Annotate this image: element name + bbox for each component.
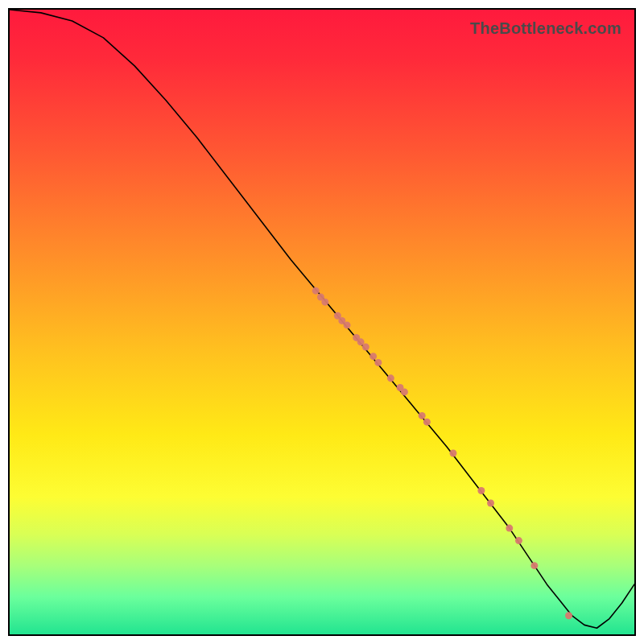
data-point: [397, 384, 404, 391]
data-point: [369, 353, 377, 360]
attribution-label: TheBottleneck.com: [470, 19, 621, 38]
data-point: [338, 317, 345, 324]
data-point: [515, 537, 522, 544]
data-point: [401, 388, 408, 395]
data-point: [357, 338, 365, 345]
data-point: [362, 344, 369, 351]
data-point: [487, 500, 494, 507]
data-point: [419, 412, 426, 419]
scatter-group: [312, 287, 572, 619]
data-point: [317, 293, 324, 300]
data-point: [374, 359, 382, 366]
data-point: [387, 374, 394, 382]
bottleneck-curve: [10, 10, 634, 628]
data-point: [477, 487, 485, 494]
data-point: [353, 334, 360, 341]
plot-area: TheBottleneck.com: [8, 8, 636, 636]
data-point: [334, 312, 341, 320]
data-point: [506, 525, 513, 532]
data-point: [565, 612, 572, 619]
chart-svg: [10, 10, 634, 634]
data-point: [312, 287, 320, 295]
data-point: [530, 562, 538, 569]
chart-container: TheBottleneck.com: [0, 0, 644, 644]
data-point: [321, 299, 328, 306]
data-point: [423, 419, 431, 426]
data-point: [449, 449, 456, 456]
data-point: [344, 321, 351, 328]
